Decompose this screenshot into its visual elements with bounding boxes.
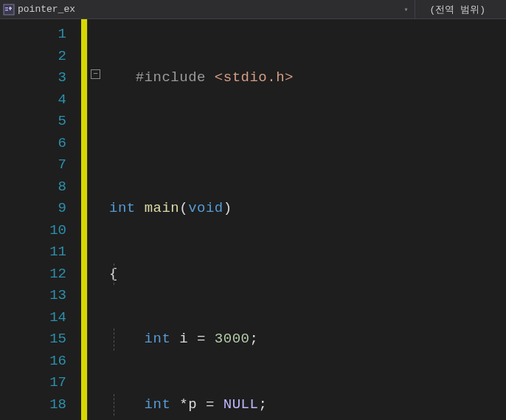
svg-rect-1: [5, 7, 8, 9]
svg-rect-2: [5, 10, 8, 11]
line-number: 15: [0, 328, 66, 351]
navigation-bar: pointer_ex ▾ (전역 범위): [0, 0, 506, 19]
line-number: 14: [0, 307, 66, 329]
code-line: [109, 133, 506, 155]
code-editor[interactable]: 1 2 3 4 5 6 7 8 9 10 11 12 13 14 15 16 1…: [0, 19, 506, 420]
line-number: 10: [0, 220, 66, 242]
line-number-gutter: 1 2 3 4 5 6 7 8 9 10 11 12 13 14 15 16 1…: [0, 19, 81, 420]
code-line: {: [109, 264, 506, 286]
scope-dropdown[interactable]: (전역 범위): [415, 0, 506, 18]
code-line: int *p = NULL;: [109, 394, 506, 416]
line-number: 18: [0, 394, 66, 416]
line-number: 5: [0, 111, 66, 133]
line-number: 13: [0, 285, 66, 307]
line-number: 9: [0, 198, 66, 220]
line-number: 11: [0, 241, 66, 264]
line-number: 12: [0, 264, 66, 286]
file-dropdown[interactable]: pointer_ex ▾: [0, 4, 415, 16]
file-name: pointer_ex: [18, 4, 75, 15]
fold-toggle[interactable]: −: [91, 69, 100, 79]
scope-label: (전역 범위): [430, 3, 485, 16]
line-number: 16: [0, 351, 66, 373]
cpp-file-icon: [3, 4, 15, 16]
code-line: int main(void): [109, 198, 506, 220]
modification-indicator: [81, 19, 87, 420]
line-number: 17: [0, 372, 66, 394]
line-number: 6: [0, 133, 66, 155]
code-line: #include <stdio.h>: [109, 67, 506, 89]
line-number: 3: [0, 67, 66, 89]
code-line: int i = 3000;: [109, 328, 506, 351]
folding-column: −: [87, 19, 105, 420]
line-number: 7: [0, 154, 66, 176]
line-number: 8: [0, 176, 66, 199]
line-number: 4: [0, 89, 66, 111]
code-content[interactable]: #include <stdio.h> int main(void) { int …: [105, 19, 506, 420]
svg-rect-4: [9, 7, 12, 9]
line-number: 2: [0, 46, 66, 68]
line-number: 1: [0, 24, 66, 46]
chevron-down-icon: ▾: [404, 5, 409, 14]
